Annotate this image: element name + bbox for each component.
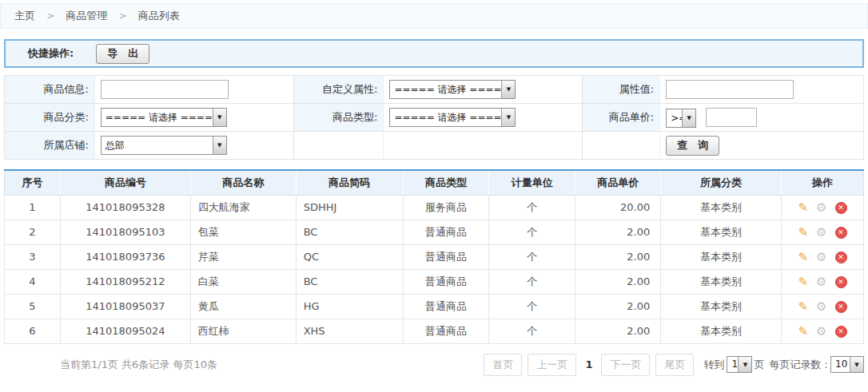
product-table: 序号 商品编号 商品名称 商品简码 商品类型 计量单位 商品单价 所属分类 操作…	[4, 169, 864, 344]
cell-product-type: 普通商品	[403, 269, 489, 294]
breadcrumb-separator: >	[118, 10, 126, 22]
custom-attr-label: 自定义属性:	[293, 76, 384, 104]
cell-product-type: 普通商品	[403, 294, 489, 319]
current-page: 1	[585, 358, 592, 370]
goto-page-select[interactable]: 1 ▼	[727, 356, 752, 373]
breadcrumb-separator: >	[46, 10, 54, 22]
pencil-icon[interactable]: ✎	[798, 275, 808, 289]
cell-short-code: BC	[296, 220, 403, 244]
delete-icon[interactable]: ✕	[835, 326, 847, 338]
cell-actions: ✎⚙✕	[782, 195, 864, 220]
price-operator-select[interactable]: >= ▼	[666, 109, 696, 128]
cell-category: 基本类别	[661, 195, 782, 220]
delete-icon[interactable]: ✕	[835, 202, 847, 214]
gear-icon[interactable]: ⚙	[816, 299, 826, 314]
last-page-button[interactable]: 尾页	[655, 354, 694, 376]
cell-actions: ✎⚙✕	[782, 294, 864, 319]
store-select[interactable]: 总部 ▼	[101, 136, 227, 155]
pencil-icon[interactable]: ✎	[798, 200, 808, 215]
pencil-icon[interactable]: ✎	[798, 324, 808, 339]
cell-product-code: 141018095212	[60, 269, 190, 294]
chevron-down-icon: ▼	[501, 109, 515, 126]
gear-icon[interactable]: ⚙	[816, 225, 826, 240]
cell-short-code: SDHHJ	[296, 195, 403, 220]
product-info-input[interactable]	[101, 80, 229, 99]
goto-page-suffix: 页	[754, 358, 764, 372]
cell-product-name: 白菜	[190, 269, 296, 294]
per-page-select[interactable]: 10 ▼	[830, 356, 864, 373]
first-page-button[interactable]: 首页	[484, 354, 522, 376]
cell-actions: ✎⚙✕	[782, 269, 864, 294]
delete-icon[interactable]: ✕	[835, 227, 847, 239]
header-unit: 计量单位	[489, 170, 575, 195]
gear-icon[interactable]: ⚙	[816, 250, 826, 264]
cell-category: 基本类别	[661, 319, 782, 343]
cell-product-code: 141018095328	[60, 195, 190, 220]
cell-unit: 个	[489, 319, 575, 343]
cell-short-code: XHS	[296, 319, 403, 343]
header-seq: 序号	[5, 170, 61, 195]
cell-seq: 3	[5, 244, 61, 269]
cell-product-code: 141018093736	[60, 244, 190, 269]
quick-actions-bar: 快捷操作: 导 出	[4, 39, 864, 68]
category-label: 商品分类:	[5, 104, 95, 132]
gear-icon[interactable]: ⚙	[816, 200, 826, 215]
header-product-type: 商品类型	[403, 170, 489, 195]
cell-product-type: 普通商品	[403, 220, 489, 244]
table-row: 6 141018095024 西红柿 XHS 普通商品 个 2.00 基本类别 …	[5, 319, 864, 343]
quick-actions-label: 快捷操作:	[28, 46, 74, 61]
category-select[interactable]: ===== 请选择 ===== ▼	[101, 108, 227, 127]
cell-seq: 5	[5, 294, 61, 319]
next-page-button[interactable]: 下一页	[601, 354, 650, 376]
attr-value-label: 属性值:	[583, 76, 660, 104]
chevron-down-icon: ▼	[738, 357, 751, 372]
per-page-label: 每页记录数 :	[769, 358, 828, 372]
cell-short-code: QC	[296, 244, 403, 269]
cell-category: 基本类别	[661, 220, 782, 244]
export-button[interactable]: 导 出	[96, 44, 149, 64]
cell-product-name: 西红柿	[190, 319, 296, 343]
cell-seq: 2	[5, 220, 61, 244]
cell-price: 2.00	[575, 220, 661, 244]
cell-short-code: HG	[296, 294, 403, 319]
header-category: 所属分类	[661, 170, 782, 195]
search-button[interactable]: 查 询	[666, 136, 719, 156]
cell-price: 20.00	[575, 195, 661, 220]
product-type-select[interactable]: ===== 请选择 ===== ▼	[389, 108, 516, 127]
breadcrumb-product-list: 商品列表	[138, 10, 180, 22]
pencil-icon[interactable]: ✎	[798, 250, 808, 264]
delete-icon[interactable]: ✕	[835, 276, 847, 288]
cell-category: 基本类别	[661, 269, 782, 294]
filter-form: 商品信息: 自定义属性: ===== 请选择 ===== ▼ 属性值: 商品分类…	[4, 75, 864, 160]
cell-actions: ✎⚙✕	[782, 244, 864, 269]
chevron-down-icon: ▼	[213, 109, 226, 126]
cell-seq: 1	[5, 195, 61, 220]
prev-page-button[interactable]: 上一页	[528, 354, 576, 376]
table-row: 5 141018095037 黄瓜 HG 普通商品 个 2.00 基本类别 ✎⚙…	[5, 294, 864, 319]
pencil-icon[interactable]: ✎	[798, 299, 808, 314]
table-row: 1 141018095328 四大航海家 SDHHJ 服务商品 个 20.00 …	[5, 195, 864, 220]
price-operator-value: >=	[667, 109, 682, 127]
chevron-down-icon: ▼	[213, 137, 226, 154]
cell-price: 2.00	[575, 269, 661, 294]
cell-short-code: BC	[296, 269, 403, 294]
chevron-down-icon: ▼	[850, 357, 863, 372]
attr-value-input[interactable]	[666, 80, 794, 99]
cell-product-name: 黄瓜	[190, 294, 296, 319]
breadcrumb-product-management[interactable]: 商品管理	[66, 10, 107, 22]
gear-icon[interactable]: ⚙	[816, 275, 826, 289]
custom-attr-select[interactable]: ===== 请选择 ===== ▼	[389, 80, 516, 99]
store-label: 所属店铺:	[5, 132, 95, 160]
breadcrumb-home[interactable]: 主页	[14, 10, 35, 22]
breadcrumb: 主页 > 商品管理 > 商品列表	[0, 3, 868, 29]
pencil-icon[interactable]: ✎	[798, 225, 808, 240]
category-select-value: ===== 请选择 =====	[102, 109, 213, 126]
price-input[interactable]	[706, 108, 757, 127]
delete-icon[interactable]: ✕	[835, 251, 847, 263]
chevron-down-icon: ▼	[501, 81, 515, 98]
gear-icon[interactable]: ⚙	[816, 324, 826, 339]
header-short-code: 商品简码	[296, 170, 403, 195]
cell-product-code: 141018095037	[60, 294, 190, 319]
cell-category: 基本类别	[661, 294, 782, 319]
delete-icon[interactable]: ✕	[835, 301, 847, 313]
